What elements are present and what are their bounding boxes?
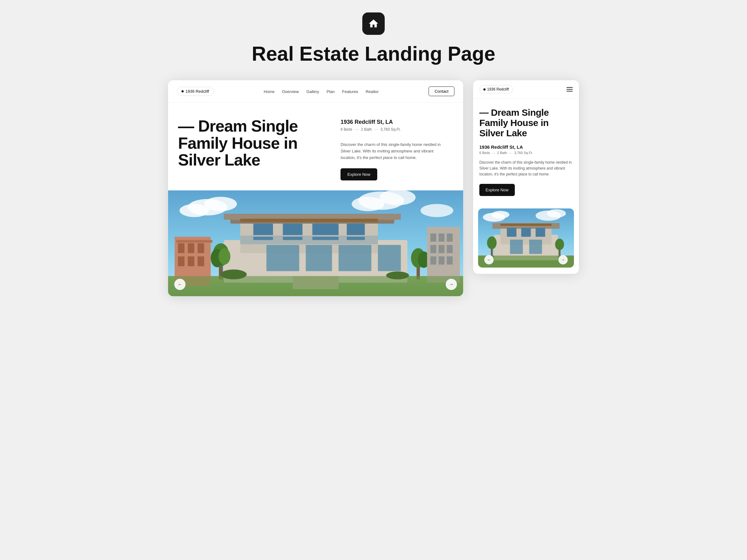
svg-point-2 xyxy=(204,197,237,211)
svg-point-55 xyxy=(491,211,509,218)
hero-title: — Dream Single Family House in Silver La… xyxy=(178,117,328,169)
desktop-nav: 1936 Redcliff Home Overview Gallery Plan… xyxy=(168,80,463,103)
mobile-hero-title: — Dream Single Family House in Silver La… xyxy=(479,107,573,138)
svg-point-35 xyxy=(218,248,230,265)
svg-rect-14 xyxy=(188,257,194,267)
svg-rect-66 xyxy=(510,240,523,254)
svg-point-71 xyxy=(555,239,564,250)
stat-bath: 2 Bath xyxy=(361,127,372,132)
mobile-stat-beds: 6 Beds xyxy=(479,151,490,155)
svg-rect-46 xyxy=(431,257,436,265)
svg-rect-11 xyxy=(188,243,194,253)
svg-rect-62 xyxy=(500,223,551,225)
app-icon xyxy=(362,12,385,35)
mobile-brand-dot xyxy=(483,88,486,90)
svg-point-3 xyxy=(180,204,209,217)
svg-rect-12 xyxy=(198,243,204,253)
stat-sep-1: — xyxy=(355,127,359,132)
property-address: 1936 Redcliff St, LA xyxy=(340,119,453,125)
svg-rect-41 xyxy=(439,234,444,242)
hamburger-line-1 xyxy=(566,87,573,88)
svg-rect-27 xyxy=(339,245,371,271)
mobile-property-description: Discover the charm of this single-family… xyxy=(479,160,573,178)
contact-button[interactable]: Contact xyxy=(429,86,455,96)
mobile-house-image: ← → xyxy=(478,209,574,268)
page-title: Real Estate Landing Page xyxy=(252,42,495,65)
stat-sep-2: — xyxy=(374,127,378,132)
nav-link-plan[interactable]: Plan xyxy=(327,89,335,94)
stat-sqft: 3,760 Sq.Ft. xyxy=(380,127,401,132)
desktop-hero: — Dream Single Family House in Silver La… xyxy=(168,103,463,190)
next-arrow-mobile[interactable]: → xyxy=(558,255,568,264)
mobile-stat-bath: 2 Bath xyxy=(497,151,507,155)
mobile-frame: 1936 Redcliff — Dream Single Family Hous… xyxy=(473,80,579,274)
mobile-stat-sep-1: — xyxy=(492,151,495,155)
svg-rect-42 xyxy=(447,234,453,242)
hamburger-menu[interactable] xyxy=(566,87,573,91)
house-illustration-desktop xyxy=(168,190,463,296)
svg-rect-47 xyxy=(439,257,444,265)
mobile-stat-sep-2: — xyxy=(509,151,512,155)
svg-rect-44 xyxy=(439,245,444,253)
svg-rect-26 xyxy=(306,245,332,271)
svg-rect-16 xyxy=(176,240,212,243)
nav-link-realtor[interactable]: Realtor xyxy=(366,89,379,94)
mobile-image-container: ← → xyxy=(473,209,579,274)
svg-point-6 xyxy=(352,197,384,211)
hero-right: 1936 Redcliff St, LA 6 Beds — 2 Bath — 3… xyxy=(340,117,453,181)
svg-point-7 xyxy=(420,204,453,217)
mobile-nav: 1936 Redcliff xyxy=(473,80,579,99)
nav-link-gallery[interactable]: Gallery xyxy=(306,89,319,94)
nav-links: Home Overview Gallery Plan Features Real… xyxy=(264,89,379,94)
mobile-stat-sqft: 3,760 Sq.Ft. xyxy=(514,151,533,155)
hamburger-line-3 xyxy=(566,91,573,91)
svg-point-69 xyxy=(487,236,497,249)
brand-label: 1936 Redcliff xyxy=(185,89,209,94)
svg-rect-31 xyxy=(240,236,378,244)
svg-point-52 xyxy=(386,272,409,279)
svg-rect-65 xyxy=(536,228,545,237)
property-stats: 6 Beds — 2 Bath — 3,760 Sq.Ft. xyxy=(340,127,453,132)
hamburger-line-2 xyxy=(566,89,573,89)
nav-link-features[interactable]: Features xyxy=(342,89,358,94)
svg-rect-10 xyxy=(178,243,185,253)
svg-point-57 xyxy=(547,209,566,217)
explore-now-button[interactable]: Explore Now xyxy=(340,168,377,181)
nav-link-home[interactable]: Home xyxy=(264,89,275,94)
prev-arrow-mobile[interactable]: ← xyxy=(484,255,494,264)
home-icon xyxy=(368,18,379,29)
svg-rect-13 xyxy=(178,257,185,267)
svg-rect-43 xyxy=(431,245,436,253)
nav-link-overview[interactable]: Overview xyxy=(282,89,299,94)
svg-rect-40 xyxy=(431,234,436,242)
brand-dot xyxy=(181,90,184,92)
mobile-property-address: 1936 Redcliff St, LA xyxy=(479,144,573,150)
svg-rect-45 xyxy=(447,245,453,253)
house-image-desktop: ← → xyxy=(168,190,463,296)
frames-container: 1936 Redcliff Home Overview Gallery Plan… xyxy=(168,80,579,296)
svg-rect-64 xyxy=(521,228,531,237)
svg-rect-50 xyxy=(168,276,463,296)
mobile-brand-label: 1936 Redcliff xyxy=(487,87,509,91)
svg-rect-67 xyxy=(529,240,542,254)
desktop-frame: 1936 Redcliff Home Overview Gallery Plan… xyxy=(168,80,463,296)
svg-rect-15 xyxy=(198,257,204,267)
svg-rect-29 xyxy=(240,219,378,222)
svg-rect-48 xyxy=(447,257,453,265)
svg-rect-63 xyxy=(507,228,516,237)
mobile-explore-button[interactable]: Explore Now xyxy=(479,184,515,196)
svg-point-51 xyxy=(221,270,247,280)
hero-left: — Dream Single Family House in Silver La… xyxy=(178,117,328,169)
nav-brand: 1936 Redcliff xyxy=(177,87,214,96)
mobile-hero: — Dream Single Family House in Silver La… xyxy=(473,99,579,209)
mobile-property-stats: 6 Beds — 2 Bath — 3,760 Sq.Ft. xyxy=(479,151,573,155)
svg-rect-25 xyxy=(266,245,299,271)
property-description: Discover the charm of this single-family… xyxy=(340,141,446,161)
svg-rect-28 xyxy=(378,245,401,271)
stat-beds: 6 Beds xyxy=(340,127,352,132)
mobile-brand: 1936 Redcliff xyxy=(479,85,513,93)
